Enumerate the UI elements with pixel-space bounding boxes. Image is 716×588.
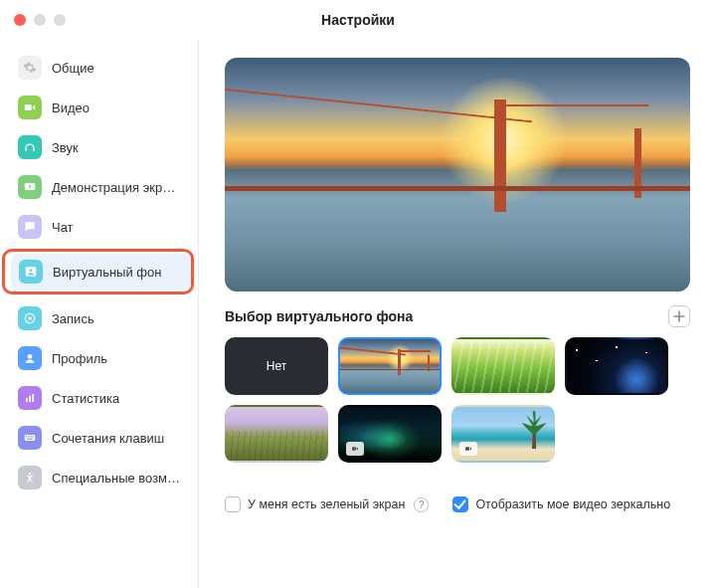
svg-rect-15 — [33, 436, 34, 437]
svg-rect-10 — [25, 435, 36, 441]
svg-rect-12 — [28, 436, 29, 437]
bg-option-none[interactable]: Нет — [225, 337, 328, 395]
sidebar-item-8[interactable]: Статистика — [10, 380, 192, 416]
svg-point-3 — [30, 269, 33, 272]
section-title: Выбор виртуального фона — [225, 308, 413, 324]
sidebar-item-1[interactable]: Видео — [10, 90, 192, 125]
plus-icon — [673, 310, 685, 322]
video-icon — [18, 96, 42, 119]
mirror-video-label: Отобразить мое видео зеркально — [475, 497, 670, 511]
bg-option-3[interactable] — [565, 337, 668, 395]
bg-option-5[interactable] — [338, 405, 442, 463]
svg-rect-7 — [26, 398, 28, 402]
sidebar-item-label: Виртуальный фон — [53, 265, 161, 280]
green-screen-label: У меня есть зеленый экран — [248, 497, 405, 511]
record-icon — [18, 306, 42, 330]
svg-point-17 — [29, 473, 31, 475]
minimize-window[interactable] — [34, 14, 46, 26]
svg-rect-19 — [465, 447, 469, 450]
bg-option-2[interactable] — [451, 337, 555, 395]
svg-rect-14 — [31, 436, 32, 437]
video-badge-icon — [459, 442, 477, 456]
svg-rect-8 — [29, 396, 31, 402]
svg-rect-11 — [26, 436, 27, 437]
profile-icon — [18, 346, 42, 370]
gear-icon — [18, 56, 42, 80]
sidebar-item-label: Статистика — [52, 391, 119, 406]
sidebar-item-7[interactable]: Профиль — [10, 340, 192, 376]
svg-point-5 — [28, 316, 32, 320]
virtual-bg-icon — [19, 260, 43, 284]
mirror-video-checkbox[interactable]: Отобразить мое видео зеркально — [452, 496, 670, 512]
sidebar-item-label: Демонстрация экр… — [52, 180, 175, 195]
sidebar-item-4[interactable]: Чат — [10, 209, 192, 245]
titlebar: Настройки — [0, 0, 716, 40]
help-icon[interactable]: ? — [414, 497, 429, 512]
sidebar-item-label: Общие — [52, 61, 94, 76]
svg-rect-0 — [25, 104, 32, 110]
sidebar: ОбщиеВидеоЗвукДемонстрация экр…ЧатВиртуа… — [0, 40, 199, 588]
share-screen-icon — [18, 175, 42, 199]
none-label: Нет — [267, 359, 286, 373]
background-thumbnails: Нет — [225, 337, 690, 463]
sidebar-item-0[interactable]: Общие — [10, 50, 192, 86]
svg-rect-9 — [32, 394, 34, 402]
add-background-button[interactable] — [668, 305, 690, 327]
sidebar-item-label: Запись — [52, 311, 94, 326]
keyboard-icon — [18, 426, 42, 450]
checkbox-icon — [452, 496, 468, 512]
svg-rect-16 — [27, 439, 33, 440]
chat-icon — [18, 215, 42, 239]
sidebar-item-label: Чат — [52, 220, 74, 235]
svg-point-6 — [28, 354, 33, 359]
headphones-icon — [18, 135, 42, 159]
sidebar-item-3[interactable]: Демонстрация экр… — [10, 169, 192, 205]
sidebar-item-label: Звук — [52, 140, 79, 155]
bg-option-6[interactable] — [451, 405, 555, 463]
sidebar-item-2[interactable]: Звук — [10, 129, 192, 165]
green-screen-checkbox[interactable]: У меня есть зеленый экран ? — [225, 496, 429, 512]
stats-icon — [18, 386, 42, 410]
sidebar-item-label: Видео — [52, 100, 90, 115]
window-title: Настройки — [0, 12, 716, 28]
sidebar-item-9[interactable]: Сочетания клавиш — [10, 420, 192, 456]
accessibility-icon — [18, 466, 42, 490]
options-row: У меня есть зеленый экран ? Отобразить м… — [225, 496, 690, 512]
sidebar-item-label: Специальные возм… — [52, 471, 180, 486]
content-virtual-background: Выбор виртуального фона Нет У меня есть … — [199, 40, 716, 588]
window-controls — [14, 14, 66, 26]
checkbox-icon — [225, 496, 241, 512]
svg-rect-18 — [352, 447, 356, 450]
sidebar-item-10[interactable]: Специальные возм… — [10, 460, 192, 495]
sidebar-item-label: Профиль — [52, 351, 107, 366]
sidebar-item-6[interactable]: Запись — [10, 300, 192, 336]
bg-option-4[interactable] — [225, 405, 328, 463]
sidebar-item-5[interactable]: Виртуальный фон — [11, 254, 191, 290]
video-preview — [225, 58, 690, 292]
video-badge-icon — [346, 442, 364, 456]
close-window[interactable] — [14, 14, 26, 26]
maximize-window[interactable] — [54, 14, 66, 26]
sidebar-item-label: Сочетания клавиш — [52, 431, 164, 446]
bg-option-1[interactable] — [338, 337, 442, 395]
svg-rect-13 — [29, 436, 30, 437]
